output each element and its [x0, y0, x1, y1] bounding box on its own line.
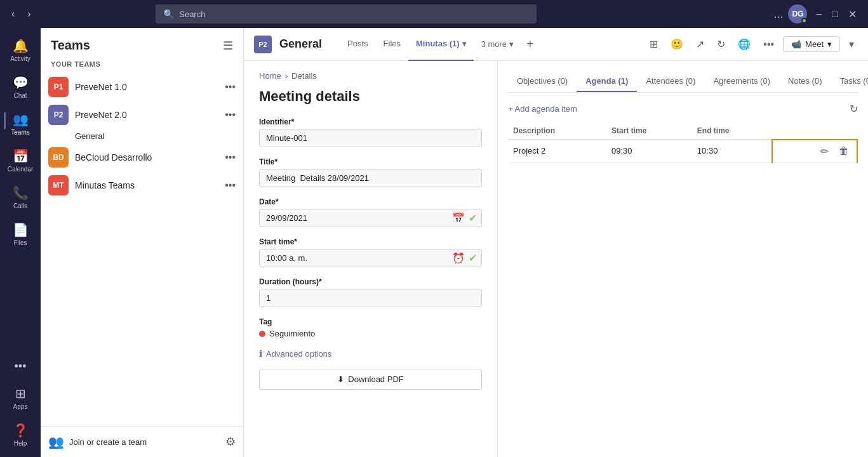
- clock-icon[interactable]: ⏰: [452, 252, 465, 264]
- tag-item: Seguimiento: [259, 329, 482, 338]
- sidebar-item-help[interactable]: ❓ Help: [4, 418, 37, 452]
- meet-chevron-button[interactable]: ▾: [845, 36, 858, 53]
- more-options-icon[interactable]: ...: [773, 8, 783, 21]
- agenda-panel: Objectives (0) Agenda (1) Attendees (0) …: [498, 61, 868, 457]
- more-rail-icon[interactable]: •••: [10, 355, 32, 378]
- row-start-time: 09:30: [606, 140, 692, 163]
- identifier-group: Identifier*: [259, 117, 482, 147]
- team-item-prevenet2[interactable]: P2 PreveNet 2.0 •••: [41, 101, 243, 129]
- agenda-actions: ✏ 🗑: [778, 143, 851, 160]
- sidebar-item-files[interactable]: 📄 Files: [4, 217, 37, 251]
- sidebar-item-apps[interactable]: ⊞ Apps: [4, 381, 37, 415]
- sidebar-title: Teams: [51, 38, 90, 53]
- download-icon: ⬇: [337, 374, 344, 384]
- avatar[interactable]: DG: [788, 4, 807, 23]
- start-time-input[interactable]: [259, 249, 482, 267]
- title-group: Title*: [259, 157, 482, 187]
- forward-button[interactable]: ›: [23, 6, 34, 22]
- team-item-prevenet1[interactable]: P1 PreveNet 1.0 •••: [41, 73, 243, 101]
- add-agenda-item-button[interactable]: + Add agenda item: [508, 104, 577, 114]
- close-button[interactable]: ✕: [845, 7, 860, 22]
- channel-header: P2 General Posts Files Minutas (1) ▾ 3 m…: [244, 28, 868, 61]
- download-pdf-button[interactable]: ⬇ Download PDF: [259, 369, 482, 390]
- teams-icon: 👥: [13, 112, 29, 127]
- tab-agreements[interactable]: Agreements (0): [704, 71, 779, 92]
- sidebar-item-chat[interactable]: 💬 Chat: [4, 70, 37, 104]
- main-layout: 🔔 Activity 💬 Chat 👥 Teams 📅 Calendar 📞 C…: [0, 28, 868, 457]
- back-button[interactable]: ‹: [8, 6, 18, 22]
- sidebar: Teams ☰ Your teams P1 PreveNet 1.0 ••• P…: [41, 28, 244, 457]
- info-icon: ℹ: [259, 348, 262, 359]
- agenda-tabs: Objectives (0) Agenda (1) Attendees (0) …: [508, 71, 858, 93]
- tab-agenda[interactable]: Agenda (1): [577, 71, 637, 92]
- team-dots-icon4[interactable]: •••: [225, 180, 236, 191]
- tab-posts[interactable]: Posts: [340, 28, 376, 61]
- tag-section: Tag Seguimiento: [259, 317, 482, 338]
- left-rail: 🔔 Activity 💬 Chat 👥 Teams 📅 Calendar 📞 C…: [0, 28, 41, 457]
- sidebar-header: Teams ☰: [41, 28, 243, 58]
- tab-more-button[interactable]: 3 more ▾: [474, 28, 521, 61]
- title-input[interactable]: [259, 169, 482, 187]
- team-item-becloud[interactable]: BD BeCloud Desarrollo •••: [41, 143, 243, 171]
- sidebar-item-calendar[interactable]: 📅 Calendar: [4, 143, 37, 178]
- popout-icon[interactable]: ↗: [692, 36, 708, 53]
- agenda-table: Description Start time End time Project …: [508, 123, 858, 163]
- identifier-label: Identifier*: [259, 117, 482, 126]
- files-icon: 📄: [13, 222, 29, 237]
- tab-notes[interactable]: Notes (0): [779, 71, 831, 92]
- tab-attendees[interactable]: Attendees (0): [637, 71, 704, 92]
- emoji-icon[interactable]: 🙂: [667, 36, 687, 53]
- delete-agenda-button[interactable]: 🗑: [836, 143, 851, 159]
- tab-files[interactable]: Files: [376, 28, 408, 61]
- sidebar-item-calls[interactable]: 📞 Calls: [4, 180, 37, 215]
- search-input[interactable]: [179, 10, 529, 19]
- calendar-picker-icon[interactable]: 📅: [452, 212, 465, 224]
- breadcrumb-separator: ›: [285, 71, 288, 81]
- channel-badge: P2: [254, 36, 272, 53]
- team-name-becloud: BeCloud Desarrollo: [75, 152, 218, 162]
- team-dots-icon2[interactable]: •••: [225, 109, 236, 121]
- meet-button[interactable]: 📹 Meet ▾: [783, 36, 840, 52]
- join-team-icon: 👥: [48, 434, 64, 449]
- minimize-button[interactable]: –: [812, 7, 825, 22]
- apps-icon: ⊞: [15, 386, 26, 401]
- maximize-button[interactable]: □: [828, 7, 842, 22]
- sidebar-item-teams[interactable]: 👥 Teams: [4, 107, 37, 141]
- calls-icon: 📞: [13, 185, 29, 201]
- duration-input[interactable]: [259, 289, 482, 307]
- meet-chevron-icon: ▾: [827, 39, 832, 49]
- sidebar-footer: 👥 Join or create a team ⚙: [41, 426, 243, 457]
- sidebar-menu-button[interactable]: ☰: [223, 39, 233, 53]
- refresh-agenda-button[interactable]: ↻: [850, 103, 858, 115]
- join-team-button[interactable]: 👥 Join or create a team: [48, 434, 147, 449]
- meeting-panel: Home › Details Meeting details Identifie…: [244, 61, 498, 457]
- team-dots-icon3[interactable]: •••: [225, 152, 236, 163]
- team-name-prevenet1: PreveNet 1.0: [75, 82, 218, 92]
- tab-tasks[interactable]: Tasks (0): [831, 71, 868, 92]
- expand-icon[interactable]: ⊞: [646, 36, 662, 53]
- main-area: P2 General Posts Files Minutas (1) ▾ 3 m…: [244, 28, 868, 457]
- channel-item-general[interactable]: General: [41, 129, 243, 143]
- breadcrumb-home[interactable]: Home: [259, 71, 281, 81]
- globe-icon[interactable]: 🌐: [734, 36, 754, 53]
- tab-add-button[interactable]: +: [521, 37, 539, 51]
- chat-icon: 💬: [13, 75, 29, 90]
- team-item-minutas[interactable]: MT Minutas Teams •••: [41, 171, 243, 199]
- top-bar: ‹ › 🔍 ... DG – □ ✕: [0, 0, 868, 28]
- advanced-options-button[interactable]: ℹ Advanced options: [259, 348, 482, 359]
- date-input[interactable]: [259, 209, 482, 227]
- tab-minutas[interactable]: Minutas (1) ▾: [408, 28, 474, 61]
- edit-agenda-button[interactable]: ✏: [818, 143, 831, 160]
- date-label: Date*: [259, 197, 482, 206]
- channel-tabs: Posts Files Minutas (1) ▾ 3 more ▾ +: [340, 28, 539, 61]
- tab-objectives[interactable]: Objectives (0): [508, 71, 577, 92]
- table-row: Project 2 09:30 10:30 ✏ 🗑: [508, 140, 857, 163]
- channel-more-icon[interactable]: •••: [759, 36, 778, 53]
- settings-button[interactable]: ⚙: [225, 435, 236, 449]
- identifier-input[interactable]: [259, 129, 482, 147]
- row-actions-cell: ✏ 🗑: [772, 140, 857, 163]
- date-icons: 📅 ✔: [452, 212, 477, 224]
- sidebar-item-activity[interactable]: 🔔 Activity: [4, 33, 37, 67]
- team-dots-icon[interactable]: •••: [225, 81, 236, 93]
- refresh-channel-icon[interactable]: ↻: [713, 36, 729, 53]
